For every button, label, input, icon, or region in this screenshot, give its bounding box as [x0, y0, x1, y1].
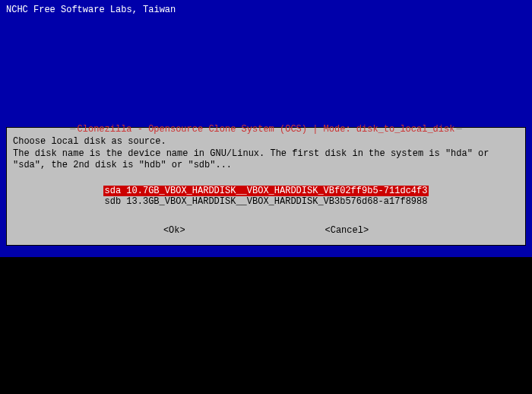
ok-button[interactable]: <Ok>: [162, 225, 187, 236]
header-text: NCHC Free Software Labs, Taiwan: [6, 5, 176, 15]
button-row: <Ok> <Cancel>: [10, 225, 522, 236]
disk-list: sda 10.7GB_VBOX_HARDDISK__VBOX_HARDDISK_…: [10, 186, 522, 207]
dialog-title: Clonezilla - Opensource Clone System (OC…: [10, 124, 522, 135]
instruction-line-2: The disk name is the device name in GNU/…: [13, 148, 519, 172]
cancel-button[interactable]: <Cancel>: [323, 225, 370, 236]
instruction-line-1: Choose local disk as source.: [13, 136, 519, 148]
disk-item-sda[interactable]: sda 10.7GB_VBOX_HARDDISK__VBOX_HARDDISK_…: [103, 186, 429, 196]
terminal-area: [0, 257, 532, 394]
instruction-text: Choose local disk as source. The disk na…: [10, 136, 522, 172]
disk-item-sdb[interactable]: sdb 13.3GB_VBOX_HARDDISK__VBOX_HARDDISK_…: [103, 196, 429, 207]
dialog-box: Clonezilla - Opensource Clone System (OC…: [6, 127, 526, 246]
